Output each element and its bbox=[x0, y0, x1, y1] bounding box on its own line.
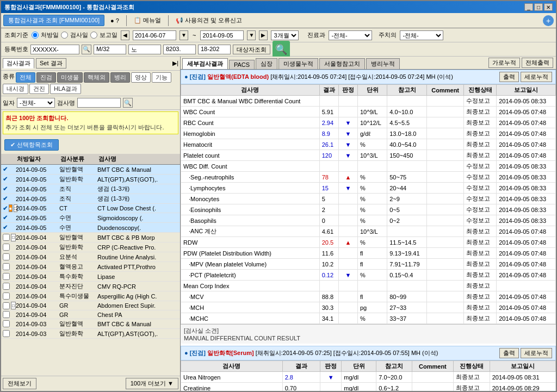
row-checkbox[interactable] bbox=[3, 330, 10, 337]
cat-imaging-btn[interactable]: 영상 bbox=[131, 72, 151, 83]
row-checkbox[interactable] bbox=[3, 253, 10, 260]
radio-prescription[interactable] bbox=[32, 32, 39, 39]
left-table-row[interactable]: 2014-09-03 일반혈액 BMT CBC & Manual bbox=[1, 319, 180, 329]
cell-comment bbox=[427, 139, 464, 150]
date-to-cal-btn[interactable]: ▼ bbox=[247, 30, 256, 40]
reg-no-input[interactable] bbox=[30, 45, 79, 54]
left-table-row[interactable]: 2014-09-04 일반화학 CRP (C-Reactive Pro. bbox=[1, 242, 180, 252]
reg-search-btn[interactable]: 🔍 bbox=[82, 45, 91, 54]
dept-select[interactable]: -전체- bbox=[329, 30, 372, 40]
section2-output-btn[interactable]: 출력 bbox=[499, 348, 519, 358]
left-table-row[interactable]: 2014-09-03 일반화학 ALT(GPT),AST(GOT),. bbox=[1, 329, 180, 339]
close-btn[interactable]: ✕ bbox=[544, 3, 553, 11]
cell-date: 2014-09-05 08:33 bbox=[497, 194, 556, 204]
cat-endoscopy-btn[interactable]: 내시경 bbox=[3, 84, 28, 94]
row-checkbox[interactable] bbox=[3, 293, 10, 300]
maximize-btn[interactable]: □ bbox=[534, 3, 543, 11]
tab-pacs[interactable]: PACS bbox=[229, 60, 255, 69]
manual-btn[interactable]: 📋 메뉴얼 bbox=[130, 15, 165, 26]
tab-pathol-accum[interactable]: 병리누적 bbox=[366, 58, 400, 69]
period-select[interactable]: 3개월 bbox=[271, 30, 299, 40]
section2-vertical-btn[interactable]: 세로누적 bbox=[521, 348, 552, 358]
cat-all-btn[interactable]: 전체 bbox=[16, 72, 35, 83]
row-checkbox[interactable] bbox=[3, 244, 10, 251]
checkmark-icon: ✔ bbox=[10, 141, 15, 148]
left-table-row[interactable]: ✔ 2014-09-05 일반혈액 BMT CBC & Manual bbox=[1, 165, 180, 175]
row-checkbox[interactable] bbox=[3, 273, 10, 280]
tab-set-result[interactable]: Set 결과 bbox=[36, 58, 66, 69]
cat-extracell-btn[interactable]: 핵체외 bbox=[84, 72, 109, 83]
section1-received: [접수일시:2014-09-05 07:24] bbox=[348, 73, 424, 80]
cat-checkup-btn[interactable]: 건진 bbox=[29, 84, 49, 94]
cat-pathol-btn[interactable]: 병리 bbox=[110, 72, 130, 83]
name-filter-input[interactable] bbox=[77, 98, 121, 108]
row-checkbox[interactable] bbox=[3, 311, 10, 318]
all-print-btn[interactable]: 전체출력 bbox=[522, 58, 553, 68]
name-filter-label: 검사명 bbox=[57, 99, 75, 107]
row-checkbox[interactable] bbox=[3, 320, 10, 327]
left-table-row[interactable]: ✔ 2014-09-05 수면 Sigmoidoscopy (. bbox=[1, 213, 180, 223]
cell-date: 2014-09-05 08:33 bbox=[497, 183, 556, 194]
left-table-row[interactable]: □ 2014-09-04 GR Abdomen Erect Supir. bbox=[1, 301, 180, 310]
date-to-input[interactable] bbox=[200, 30, 244, 40]
tab-micro-accum[interactable]: 미생물누적 bbox=[278, 58, 318, 69]
report-btn[interactable]: 📢 사용의견 및 오류신고 bbox=[172, 15, 246, 26]
left-table-row[interactable]: 2014-09-04 특수미생물 Aspergillic Ag (High C. bbox=[1, 291, 180, 301]
row-checkbox[interactable] bbox=[3, 302, 10, 309]
tab-ref-range[interactable]: 서울형참고치 bbox=[319, 58, 365, 69]
panel-collapse-btn[interactable]: ▶| bbox=[172, 60, 178, 67]
row-checkbox[interactable] bbox=[3, 283, 10, 290]
left-table-row[interactable]: 2014-09-04 특수화학 Lipase bbox=[1, 272, 180, 282]
date-next-btn[interactable]: ▶ bbox=[259, 30, 268, 40]
view-all-btn[interactable]: 전체보기 bbox=[3, 378, 36, 389]
left-table-row[interactable]: ✔ 2014-09-05 조직 생검 (1-3개) bbox=[1, 194, 180, 204]
row-date: 2014-09-03 bbox=[16, 321, 59, 327]
row-date: 2014-09-04 bbox=[16, 254, 59, 260]
left-table-row[interactable]: ✔ 2014-09-05 일반화학 ALT(GPT),AST(GOT),. bbox=[1, 175, 180, 184]
minimize-btn[interactable]: _ bbox=[524, 3, 533, 11]
name-search-btn[interactable]: 🔍 bbox=[123, 98, 133, 108]
tab-exam-result[interactable]: 검사결과 bbox=[3, 58, 34, 69]
date-from-input[interactable] bbox=[133, 30, 176, 40]
left-table-row[interactable]: ✔■□ 2014-09-05 CT CT Low Dose Chest (. bbox=[1, 204, 180, 213]
left-table-row[interactable]: 2014-09-04 GR Chest PA bbox=[1, 310, 180, 319]
cell-judge bbox=[320, 383, 342, 391]
doctor-select[interactable]: -전체- bbox=[400, 30, 443, 40]
radio-exam-date[interactable] bbox=[61, 32, 68, 39]
check-cell: ✔ bbox=[3, 166, 16, 173]
tab-detail-result[interactable]: 세부검사결과 bbox=[182, 58, 228, 69]
section1-vertical-btn[interactable]: 세로누적 bbox=[521, 72, 552, 82]
cell-comment bbox=[427, 117, 464, 128]
help-icon-btn[interactable]: ● ? bbox=[107, 16, 123, 26]
cat-micro-btn[interactable]: 미생물 bbox=[57, 72, 83, 83]
cell-status: 최종보고 bbox=[464, 302, 497, 313]
left-table-row[interactable]: 2014-09-04 분자진단 CMV RQ-PCR bbox=[1, 282, 180, 291]
row-checkbox[interactable] bbox=[3, 263, 10, 270]
left-table-row[interactable]: □ 2014-09-04 일반혈액 BMT CBC & PB Morp bbox=[1, 233, 180, 242]
main-menu-btn[interactable]: 통합검사결과 조회 [FMMMI00100] bbox=[3, 15, 104, 26]
left-table-row[interactable]: ✔ 2014-09-05 조직 생검 (1-3개) bbox=[1, 184, 180, 194]
add-btn[interactable]: + bbox=[543, 15, 554, 26]
cell-name: ·Basophils bbox=[181, 215, 320, 226]
date-filter-select[interactable]: -전체- bbox=[17, 98, 55, 108]
tab-cardiac[interactable]: 심장 bbox=[256, 58, 277, 69]
more-btn[interactable]: 100개 더보기 ▼ bbox=[126, 378, 178, 389]
date-from-cal-btn[interactable]: ▼ bbox=[180, 30, 188, 40]
left-table-row[interactable]: 2014-09-04 혈액응고 Activated PTT,Prothro bbox=[1, 262, 180, 272]
select-all-btn[interactable]: ✔ 선택항목조회 bbox=[4, 139, 59, 151]
target-query-btn[interactable]: 대상자조회 bbox=[233, 45, 270, 54]
left-table-row[interactable]: ✔ 2014-09-05 수면 Duodenoscopy(. bbox=[1, 223, 180, 233]
date-prev-btn[interactable]: ◀ bbox=[121, 30, 129, 40]
cat-func-btn[interactable]: 기능 bbox=[152, 72, 171, 83]
row-checkbox[interactable] bbox=[3, 234, 10, 241]
table-row: Hematocrit 26.1 ▼ % 40.0~54.0 최종보고 2014-… bbox=[181, 139, 556, 150]
left-table-row[interactable]: 2014-09-04 요분석 Routine Urine Analysi. bbox=[1, 252, 180, 262]
cat-hla-btn[interactable]: HLA결과 bbox=[50, 84, 81, 94]
radio-report-date[interactable] bbox=[90, 32, 97, 39]
cat-jingum-btn[interactable]: 진검 bbox=[36, 72, 56, 83]
section1-output-btn[interactable]: 출력 bbox=[499, 72, 519, 82]
main-search-btn[interactable]: 🔍 bbox=[273, 41, 290, 58]
horizontal-accum-btn[interactable]: 가로누적 bbox=[488, 58, 520, 68]
cell-unit: % bbox=[357, 313, 387, 324]
cell-unit: % bbox=[357, 204, 387, 215]
